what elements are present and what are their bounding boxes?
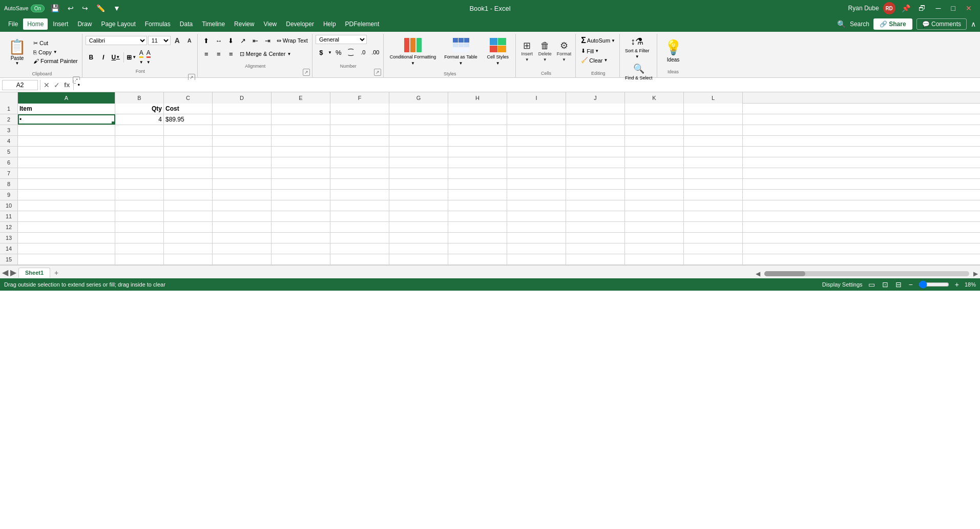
cell-F5[interactable] (330, 147, 389, 157)
cell-J12[interactable] (566, 222, 625, 232)
customize-icon[interactable]: ▼ (111, 3, 122, 13)
cell-K13[interactable] (625, 233, 684, 243)
cell-E7[interactable] (272, 168, 330, 178)
cell-J14[interactable] (566, 243, 625, 254)
cell-L12[interactable] (684, 222, 743, 232)
cell-A11[interactable] (18, 211, 115, 221)
name-box[interactable] (2, 80, 38, 90)
cell-F4[interactable] (330, 136, 389, 146)
cell-D4[interactable] (213, 136, 272, 146)
cell-I15[interactable] (507, 254, 566, 264)
menu-file[interactable]: File (4, 18, 22, 30)
cell-J6[interactable] (566, 157, 625, 168)
cell-K8[interactable] (625, 179, 684, 189)
horizontal-scrollbar[interactable] (764, 271, 969, 276)
cell-H14[interactable] (448, 243, 507, 254)
col-header-F[interactable]: F (330, 92, 389, 104)
row-header-15[interactable]: 15 (0, 254, 18, 264)
decrease-decimal-button[interactable]: .00 (370, 47, 381, 58)
nav-left-icon[interactable]: ◀ (2, 268, 10, 278)
cell-I11[interactable] (507, 211, 566, 221)
cell-B8[interactable] (115, 179, 164, 189)
row-header-5[interactable]: 5 (0, 147, 18, 157)
cell-I3[interactable] (507, 125, 566, 135)
cell-J2[interactable] (566, 114, 625, 125)
cell-G9[interactable] (389, 190, 448, 200)
cell-L1[interactable] (684, 104, 743, 114)
increase-decimal-button[interactable]: .0 (358, 47, 369, 58)
cell-L13[interactable] (684, 233, 743, 243)
cell-B6[interactable] (115, 157, 164, 168)
redo-icon[interactable]: ↪ (80, 3, 90, 13)
cell-A4[interactable] (18, 136, 115, 146)
cell-F8[interactable] (330, 179, 389, 189)
cell-L7[interactable] (684, 168, 743, 178)
col-header-A[interactable]: A (18, 92, 115, 104)
cell-H2[interactable] (448, 114, 507, 125)
fmt-table-dropdown[interactable]: ▼ (459, 61, 463, 66)
cell-C5[interactable] (164, 147, 213, 157)
paste-dropdown-arrow[interactable]: ▼ (15, 61, 19, 66)
cell-C3[interactable] (164, 125, 213, 135)
col-header-G[interactable]: G (389, 92, 448, 104)
cell-J11[interactable] (566, 211, 625, 221)
cell-E6[interactable] (272, 157, 330, 168)
cell-L10[interactable] (684, 200, 743, 211)
cell-E12[interactable] (272, 222, 330, 232)
format-painter-button[interactable]: 🖌 Format Painter (31, 57, 80, 65)
cell-K1[interactable] (625, 104, 684, 114)
cell-C7[interactable] (164, 168, 213, 178)
insert-dropdown[interactable]: ▼ (525, 57, 529, 62)
corner-cell[interactable] (0, 92, 18, 104)
cell-B7[interactable] (115, 168, 164, 178)
cell-G15[interactable] (389, 254, 448, 264)
menu-review[interactable]: Review (230, 18, 258, 30)
insert-button[interactable]: ⊞ Insert ▼ (519, 40, 535, 63)
cell-K15[interactable] (625, 254, 684, 264)
format-as-table-button[interactable]: Format as Table ▼ (441, 35, 480, 69)
cell-C10[interactable] (164, 200, 213, 211)
cell-I6[interactable] (507, 157, 566, 168)
row-header-13[interactable]: 13 (0, 233, 18, 243)
increase-font-button[interactable]: A (172, 35, 183, 46)
cell-B9[interactable] (115, 190, 164, 200)
cell-D6[interactable] (213, 157, 272, 168)
cell-D2[interactable] (213, 114, 272, 125)
menu-pdfelement[interactable]: PDFelement (341, 18, 384, 30)
comma-button[interactable]: ⁐ (345, 47, 357, 58)
close-button[interactable]: ✕ (962, 4, 976, 12)
cell-B2[interactable]: 4 (115, 114, 164, 125)
cell-A15[interactable] (18, 254, 115, 264)
col-header-L[interactable]: L (684, 92, 743, 104)
cell-H11[interactable] (448, 211, 507, 221)
cell-J13[interactable] (566, 233, 625, 243)
cell-K11[interactable] (625, 211, 684, 221)
row-header-9[interactable]: 9 (0, 190, 18, 200)
align-middle-button[interactable]: ↔ (213, 35, 224, 46)
restore-icon[interactable]: 🗗 (916, 3, 928, 13)
conditional-formatting-button[interactable]: Conditional Formatting ▼ (387, 35, 440, 69)
cell-H13[interactable] (448, 233, 507, 243)
ribbon-display-icon[interactable]: 📌 (900, 3, 912, 13)
cell-D10[interactable] (213, 200, 272, 211)
menu-timeline[interactable]: Timeline (198, 18, 229, 30)
cell-F10[interactable] (330, 200, 389, 211)
cell-I9[interactable] (507, 190, 566, 200)
cell-E11[interactable] (272, 211, 330, 221)
align-right-button[interactable]: ≡ (225, 48, 237, 59)
user-avatar[interactable]: RD (883, 2, 895, 14)
menu-data[interactable]: Data (176, 18, 197, 30)
col-header-K[interactable]: K (625, 92, 684, 104)
cell-L5[interactable] (684, 147, 743, 157)
cell-styles-dropdown[interactable]: ▼ (496, 61, 500, 66)
cell-F12[interactable] (330, 222, 389, 232)
cell-H1[interactable] (448, 104, 507, 114)
cell-F1[interactable] (330, 104, 389, 114)
cell-F11[interactable] (330, 211, 389, 221)
cell-L3[interactable] (684, 125, 743, 135)
cell-E9[interactable] (272, 190, 330, 200)
cell-A5[interactable] (18, 147, 115, 157)
autosave-toggle[interactable]: On (31, 5, 45, 12)
cell-D3[interactable] (213, 125, 272, 135)
menu-page-layout[interactable]: Page Layout (97, 18, 139, 30)
